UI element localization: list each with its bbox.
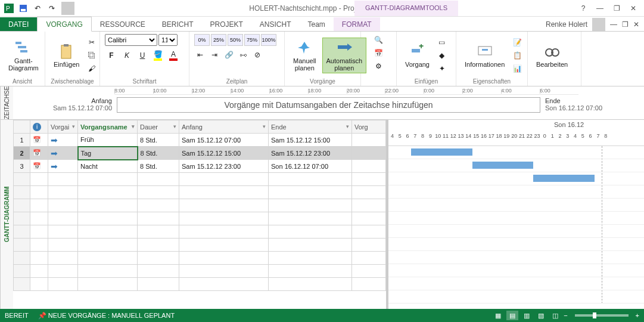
- row-info-cell[interactable]: 📅: [30, 147, 48, 160]
- unlink-icon[interactable]: ⧟: [237, 49, 249, 60]
- summary-icon[interactable]: ▭: [435, 36, 449, 48]
- gantt-bar[interactable]: [411, 148, 472, 156]
- timeline-hint-bar[interactable]: Vorgänge mit Datumsangaben der Zeitachse…: [117, 97, 540, 113]
- manual-plan-button[interactable]: Manuell planen: [290, 38, 320, 73]
- row-vorg-cell[interactable]: [352, 160, 386, 173]
- row-dauer-cell[interactable]: 8 Std.: [138, 160, 179, 173]
- gantt-bar[interactable]: [533, 175, 594, 182]
- percent-50-button[interactable]: 50%: [228, 34, 243, 46]
- outdent-icon[interactable]: ⇤: [194, 49, 206, 60]
- tab-ansicht[interactable]: ANSICHT: [251, 17, 300, 31]
- percent-25-button[interactable]: 25%: [211, 34, 226, 46]
- row-name-cell[interactable]: Nacht: [78, 160, 138, 173]
- help-icon[interactable]: ?: [577, 2, 589, 14]
- notes-icon[interactable]: 📝: [511, 36, 524, 48]
- view-shortcut-2-icon[interactable]: ▤: [506, 311, 518, 320]
- tab-bericht[interactable]: BERICHT: [154, 17, 202, 31]
- percent-75-button[interactable]: 75%: [244, 34, 260, 46]
- tab-format[interactable]: FORMAT: [334, 17, 380, 31]
- row-ende-cell[interactable]: Sam 15.12.12 23:00: [269, 147, 352, 160]
- subwin-restore-icon[interactable]: ❐: [622, 20, 629, 29]
- restore-icon[interactable]: ❐: [611, 2, 623, 14]
- bold-button[interactable]: F: [105, 49, 118, 61]
- row-ende-cell[interactable]: Son 16.12.12 07:00: [269, 160, 352, 173]
- inspect-icon[interactable]: 🔍: [372, 34, 385, 46]
- auto-plan-button[interactable]: Automatisch planen: [322, 38, 367, 73]
- undo-icon[interactable]: ↶: [31, 2, 44, 15]
- view-shortcut-1-icon[interactable]: ▦: [492, 311, 504, 320]
- subwin-close-icon[interactable]: ✕: [633, 20, 639, 29]
- mode-icon[interactable]: ⚙: [372, 60, 385, 72]
- row-number[interactable]: 3: [14, 160, 30, 173]
- subwin-minimize-icon[interactable]: —: [610, 20, 617, 29]
- indent-icon[interactable]: ⇥: [209, 49, 220, 60]
- underline-button[interactable]: U: [136, 49, 149, 61]
- row-vorg-cell[interactable]: [352, 134, 386, 147]
- row-info-cell[interactable]: 📅: [30, 160, 48, 173]
- gantt-diagram-button[interactable]: Gantt- Diagramm: [5, 38, 42, 73]
- user-name[interactable]: Renke Holert: [546, 20, 587, 29]
- row-anfang-cell[interactable]: Sam 15.12.12 15:00: [179, 147, 269, 160]
- edit-button[interactable]: Bearbeiten: [533, 42, 571, 69]
- link-icon[interactable]: 🔗: [223, 49, 235, 60]
- percent-0-button[interactable]: 0%: [194, 34, 210, 46]
- gantt-bar[interactable]: [472, 162, 533, 169]
- close-icon[interactable]: ✕: [627, 2, 639, 14]
- table-row-empty[interactable]: [14, 278, 386, 291]
- paste-button[interactable]: Einfügen: [50, 42, 83, 69]
- ribbon-minimize-icon[interactable]: —: [594, 2, 606, 14]
- information-button[interactable]: Informationen: [461, 42, 508, 69]
- view-shortcut-5-icon[interactable]: ◫: [549, 311, 561, 320]
- table-row-empty[interactable]: [14, 199, 386, 212]
- table-row-empty[interactable]: [14, 265, 386, 278]
- zoom-slider[interactable]: [575, 314, 629, 317]
- deliverable-icon[interactable]: ✦: [435, 63, 449, 75]
- col-mode[interactable]: Vorgai▾: [48, 120, 78, 134]
- table-row-empty[interactable]: [14, 212, 386, 225]
- row-ende-cell[interactable]: Sam 15.12.12 15:00: [269, 134, 352, 147]
- details-icon[interactable]: 📋: [511, 49, 524, 61]
- table-row[interactable]: 2📅➡Tag8 Std.Sam 15.12.12 15:00Sam 15.12.…: [14, 147, 386, 160]
- row-dauer-cell[interactable]: 8 Std.: [138, 147, 179, 160]
- table-row[interactable]: 3📅➡Nacht8 Std.Sam 15.12.12 23:00Son 16.1…: [14, 160, 386, 173]
- user-avatar-icon[interactable]: [592, 18, 605, 31]
- table-row[interactable]: 1📅➡Früh8 Std.Sam 15.12.12 07:00Sam 15.12…: [14, 134, 386, 147]
- zoom-in-icon[interactable]: +: [636, 312, 639, 319]
- tab-team[interactable]: Team: [300, 17, 334, 31]
- tab-ressource[interactable]: RESSOURCE: [92, 17, 154, 31]
- col-row-number[interactable]: [14, 120, 30, 134]
- redo-icon[interactable]: ↷: [45, 2, 58, 15]
- italic-button[interactable]: K: [120, 49, 133, 61]
- table-row-empty[interactable]: [14, 173, 386, 186]
- view-shortcut-4-icon[interactable]: ▧: [535, 311, 547, 320]
- zoom-out-icon[interactable]: −: [564, 312, 567, 319]
- row-name-cell[interactable]: Tag: [78, 147, 138, 160]
- row-number[interactable]: 1: [14, 134, 30, 147]
- font-size-select[interactable]: 11: [158, 34, 178, 46]
- row-info-cell[interactable]: 📅: [30, 134, 48, 147]
- font-color-button[interactable]: A: [167, 49, 180, 61]
- col-anfang[interactable]: Anfang▾: [179, 120, 269, 134]
- col-ende[interactable]: Ende▾: [269, 120, 352, 134]
- cut-icon[interactable]: ✂: [85, 36, 98, 48]
- col-info[interactable]: i: [30, 120, 48, 134]
- tab-vorgang[interactable]: VORGANG: [37, 17, 91, 32]
- table-row-empty[interactable]: [14, 186, 386, 199]
- row-mode-cell[interactable]: ➡: [48, 134, 78, 147]
- timeline-add-icon[interactable]: 📊: [511, 63, 524, 75]
- row-name-cell[interactable]: Früh: [78, 134, 138, 147]
- insert-task-button[interactable]: + Vorgang: [402, 42, 433, 69]
- milestone-icon[interactable]: ◆: [435, 49, 449, 61]
- row-mode-cell[interactable]: ➡: [48, 147, 78, 160]
- table-row-empty[interactable]: [14, 225, 386, 239]
- status-new-tasks[interactable]: 📌 NEUE VORGÄNGE : MANUELL GEPLANT: [38, 312, 175, 320]
- copy-icon[interactable]: ⿻: [85, 49, 98, 61]
- col-name[interactable]: Vorgangsname▾: [78, 120, 138, 134]
- bg-color-button[interactable]: 🪣: [151, 49, 164, 61]
- table-row-empty[interactable]: [14, 252, 386, 265]
- row-number[interactable]: 2: [14, 147, 30, 160]
- file-tab[interactable]: DATEI: [0, 17, 37, 31]
- save-icon[interactable]: [17, 2, 30, 15]
- row-dauer-cell[interactable]: 8 Std.: [138, 134, 179, 147]
- col-dauer[interactable]: Dauer▾: [138, 120, 179, 134]
